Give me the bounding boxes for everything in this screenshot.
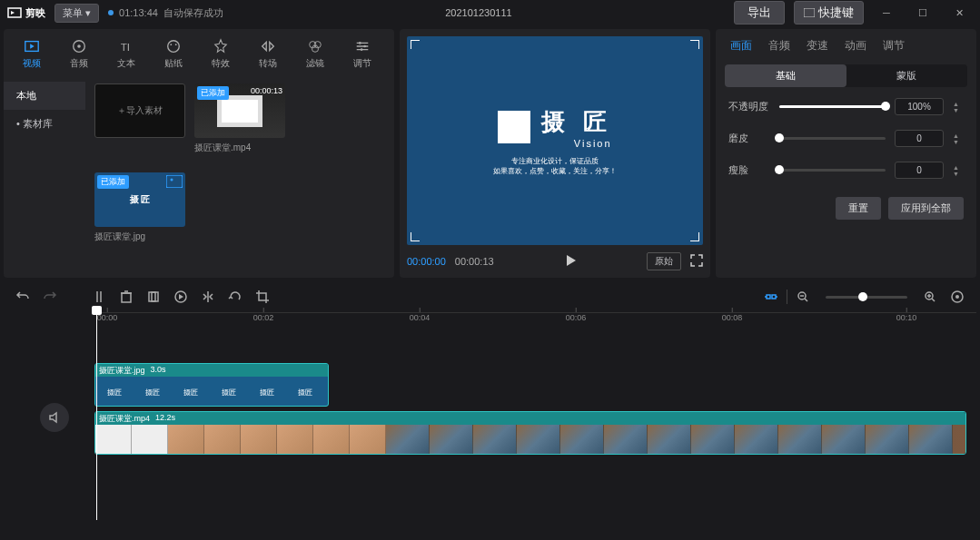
minimize-button[interactable]: ─	[873, 4, 900, 22]
timeline-tracks: 摄匠课堂.jpg3.0s 摄匠摄匠摄匠摄匠摄匠摄匠 摄匠课堂.mp412.2s	[94, 330, 976, 457]
media-panel: 视频 音频 TI文本 贴纸 特效 转场 滤镜 调节 本地 • 素材库 ＋ 导入素…	[4, 29, 394, 278]
selection-handle-icon[interactable]	[690, 232, 699, 241]
tab-audio-prop[interactable]: 音频	[768, 38, 790, 54]
reset-button[interactable]: 重置	[836, 197, 881, 220]
import-media-button[interactable]: ＋ 导入素材	[94, 83, 185, 138]
skin-row: 磨皮 0 ▲▼	[716, 123, 976, 154]
crop-button[interactable]	[142, 285, 165, 309]
close-button[interactable]: ✕	[945, 4, 973, 22]
aspect-ratio-button[interactable]: 原始	[647, 252, 681, 270]
title-bar: 剪映 菜单 ▾ 01:13:44 自动保存成功 202101230111 导出 …	[0, 0, 980, 25]
added-badge: 已添加	[197, 86, 229, 100]
fullscreen-button[interactable]	[690, 254, 703, 269]
sidebar-item-local[interactable]: 本地	[4, 82, 85, 110]
tab-adjust-prop[interactable]: 调节	[883, 38, 905, 54]
app-logo: 剪映	[7, 5, 45, 20]
mute-track-button[interactable]	[40, 403, 69, 432]
tab-audio[interactable]: 音频	[58, 33, 100, 74]
svg-point-7	[170, 44, 172, 45]
zoom-in-button[interactable]	[918, 285, 942, 309]
svg-rect-19	[122, 293, 131, 302]
sub-tabs: 基础 蒙版	[725, 64, 967, 87]
opacity-label: 不透明度	[728, 100, 770, 113]
track-main[interactable]: 摄匠课堂.mp412.2s	[94, 411, 976, 457]
maximize-button[interactable]: ☐	[909, 4, 936, 22]
skin-slider[interactable]	[779, 137, 886, 140]
menu-button[interactable]: 菜单 ▾	[54, 4, 99, 23]
clip-video[interactable]: 摄匠课堂.mp412.2s	[94, 411, 966, 455]
speed-button[interactable]	[169, 285, 193, 309]
svg-point-12	[359, 42, 361, 44]
selection-handle-icon[interactable]	[411, 232, 420, 241]
clip-image[interactable]: 摄匠课堂.jpg3.0s 摄匠摄匠摄匠摄匠摄匠摄匠	[94, 363, 329, 407]
selection-handle-icon[interactable]	[411, 40, 420, 49]
image-type-icon	[166, 175, 183, 188]
skin-label: 磨皮	[728, 132, 770, 145]
skin-stepper[interactable]: ▲▼	[953, 131, 964, 147]
added-badge: 已添加	[97, 175, 129, 189]
mirror-button[interactable]	[196, 285, 220, 309]
project-name: 202101230111	[233, 7, 725, 18]
media-item[interactable]: 已添加 00:00:13 摄匠课堂.mp4	[194, 83, 285, 154]
selection-handle-icon[interactable]	[690, 40, 699, 49]
face-stepper[interactable]: ▲▼	[953, 162, 964, 179]
svg-point-4	[77, 44, 81, 48]
tab-filter[interactable]: 滤镜	[294, 33, 336, 74]
preview-text: 专注商业化设计，保证品质	[511, 156, 599, 166]
sidebar-item-library[interactable]: • 素材库	[4, 110, 85, 138]
redo-button[interactable]	[38, 285, 62, 309]
zoom-fit-button[interactable]	[945, 285, 969, 309]
autosave-status: 01:13:44 自动保存成功	[108, 6, 223, 20]
svg-rect-17	[166, 175, 183, 188]
svg-point-26	[955, 295, 959, 299]
opacity-slider[interactable]	[779, 105, 886, 108]
subtab-basic[interactable]: 基础	[725, 64, 846, 87]
opacity-value[interactable]: 100%	[895, 98, 944, 115]
total-duration: 00:00:13	[455, 256, 494, 267]
subtab-mask[interactable]: 蒙版	[846, 64, 968, 87]
zoom-slider[interactable]	[826, 296, 907, 299]
media-grid: ＋ 导入素材 已添加 00:00:13 摄匠课堂.mp4 已添加 摄 匠	[85, 74, 394, 278]
tab-picture[interactable]: 画面	[730, 38, 752, 54]
tab-adjust[interactable]: 调节	[342, 33, 383, 74]
preview-title: 摄 匠	[541, 106, 611, 138]
timeline-ruler[interactable]: 00:00 00:02 00:04 00:06 00:08 00:10	[94, 312, 976, 330]
status-dot-icon	[108, 10, 114, 15]
play-button[interactable]	[503, 254, 638, 269]
tab-transition[interactable]: 转场	[247, 33, 289, 74]
zoom-out-button[interactable]	[791, 285, 815, 309]
tab-video[interactable]: 视频	[11, 33, 53, 74]
player-viewport[interactable]: 摄 匠 Vision 专注商业化设计，保证品质 如果喜欢，点赞，收藏，关注，分享…	[407, 36, 703, 245]
magnet-button[interactable]	[759, 285, 783, 309]
timeline-panel: 00:00 00:02 00:04 00:06 00:08 00:10 摄匠课堂…	[0, 281, 980, 533]
player-controls: 00:00:00 00:00:13 原始	[407, 245, 703, 270]
shortcuts-button[interactable]: 快捷键	[794, 1, 864, 25]
tab-sticker[interactable]: 贴纸	[153, 33, 194, 74]
qr-code-icon	[498, 111, 530, 143]
export-button[interactable]: 导出	[734, 1, 785, 25]
skin-value[interactable]: 0	[895, 130, 944, 147]
tab-text[interactable]: TI文本	[105, 33, 147, 74]
track-overlay[interactable]: 摄匠课堂.jpg3.0s 摄匠摄匠摄匠摄匠摄匠摄匠	[94, 363, 976, 408]
face-value[interactable]: 0	[895, 162, 944, 179]
opacity-row: 不透明度 100% ▲▼	[716, 91, 976, 123]
tab-speed[interactable]: 变速	[807, 38, 828, 54]
undo-button[interactable]	[11, 285, 35, 309]
media-item[interactable]: 已添加 摄 匠 摄匠课堂.jpg	[94, 172, 185, 243]
svg-text:TI: TI	[121, 40, 130, 52]
playhead[interactable]	[96, 311, 97, 520]
face-slider[interactable]	[779, 169, 886, 172]
apply-all-button[interactable]: 应用到全部	[888, 197, 964, 220]
crop-tool-button[interactable]	[251, 285, 274, 309]
rotate-button[interactable]	[223, 285, 247, 309]
opacity-stepper[interactable]: ▲▼	[953, 99, 964, 115]
tab-animation[interactable]: 动画	[845, 38, 866, 54]
svg-point-14	[361, 48, 363, 51]
media-label: 摄匠课堂.mp4	[194, 142, 285, 154]
player-panel: 摄 匠 Vision 专注商业化设计，保证品质 如果喜欢，点赞，收藏，关注，分享…	[400, 29, 710, 278]
tab-effect[interactable]: 特效	[200, 33, 242, 74]
svg-point-8	[175, 44, 177, 45]
keyboard-icon	[804, 8, 815, 17]
preview-subtitle: Vision	[541, 138, 611, 149]
delete-button[interactable]	[114, 285, 138, 309]
